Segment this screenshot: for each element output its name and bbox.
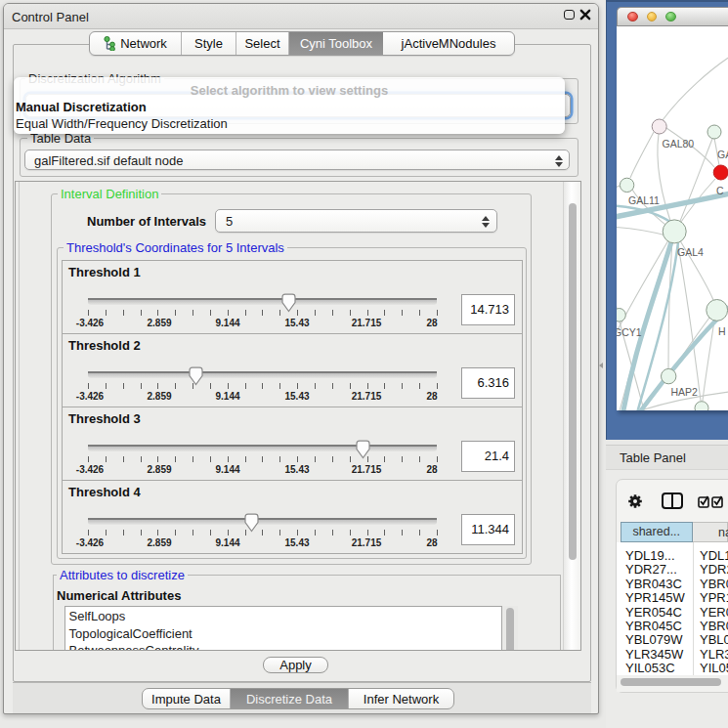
svg-text:H: H <box>718 325 726 337</box>
svg-text:HAP2: HAP2 <box>671 386 699 398</box>
svg-text:GA: GA <box>717 149 728 160</box>
svg-text:GAL4: GAL4 <box>677 246 704 258</box>
svg-text:GAL11: GAL11 <box>628 194 660 206</box>
svg-text:C: C <box>716 185 724 196</box>
svg-text:GCY1: GCY1 <box>617 326 642 338</box>
svg-text:GAL80: GAL80 <box>663 138 695 150</box>
